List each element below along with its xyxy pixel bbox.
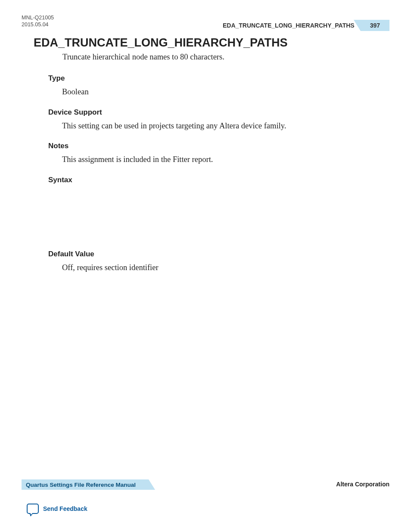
running-title: EDA_TRUNCATE_LONG_HIERARCHY_PATHS [223,20,361,31]
doc-meta-block: MNL-Q21005 2015.05.04 [22,15,54,28]
running-header: EDA_TRUNCATE_LONG_HIERARCHY_PATHS 397 [223,20,389,31]
section-default-value: Default Value Off, requires section iden… [48,250,381,274]
section-device-support: Device Support This setting can be used … [48,108,381,132]
doc-id: MNL-Q21005 [22,15,54,22]
doc-date: 2015.05.04 [22,22,54,28]
body-type: Boolean [62,86,381,98]
body-default-value: Off, requires section identifier [62,262,381,274]
page-root: MNL-Q21005 2015.05.04 EDA_TRUNCATE_LONG_… [0,0,411,532]
section-heading: EDA_TRUNCATE_LONG_HIERARCHY_PATHS [34,36,381,50]
subheading-type: Type [48,74,381,83]
page-number: 397 [361,20,389,31]
section-type: Type Boolean [48,74,381,98]
content-area: EDA_TRUNCATE_LONG_HIERARCHY_PATHS Trunca… [34,36,381,284]
subheading-notes: Notes [48,142,381,150]
footer-company: Altera Corporation [336,481,389,488]
body-notes: This assignment is included in the Fitte… [62,154,381,165]
section-notes: Notes This assignment is included in the… [48,142,381,165]
subheading-syntax: Syntax [48,176,381,184]
send-feedback-link[interactable]: Send Feedback [27,504,87,514]
body-device-support: This setting can be used in projects tar… [62,120,381,132]
speech-bubble-icon [27,504,39,514]
footer-manual-name[interactable]: Quartus Settings File Reference Manual [22,479,149,490]
send-feedback-label: Send Feedback [43,505,87,512]
footer-bar: Quartus Settings File Reference Manual A… [22,479,389,490]
section-syntax: Syntax [48,176,381,240]
subheading-default-value: Default Value [48,250,381,258]
body-syntax [62,188,381,240]
section-description: Truncate hierarchical node names to 80 c… [62,51,381,63]
subheading-device-support: Device Support [48,108,381,117]
